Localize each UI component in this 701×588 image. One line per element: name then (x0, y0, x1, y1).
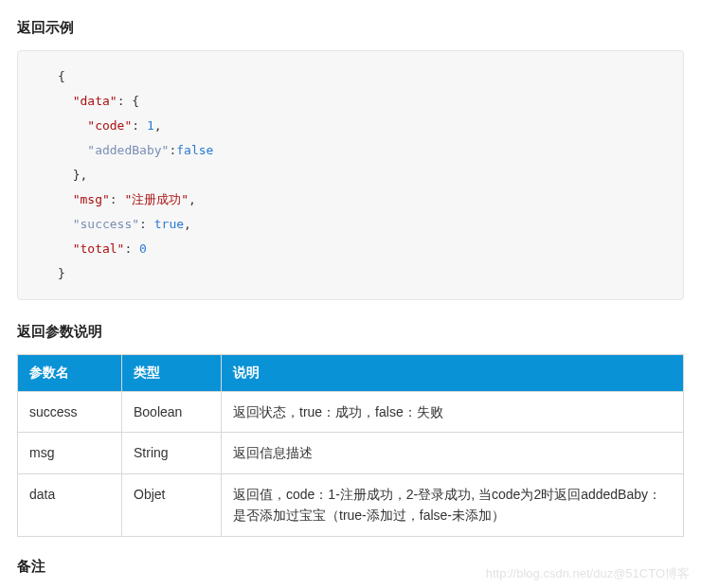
cell-type: Boolean (122, 392, 222, 433)
cell-name: data (18, 473, 122, 536)
code-val-total: 0 (139, 241, 147, 256)
code-colon: : { (117, 94, 139, 108)
code-comma: , (184, 217, 191, 231)
cell-desc: 返回状态，true：成功，false：失败 (222, 392, 684, 433)
cell-name: msg (18, 433, 122, 473)
code-brace-close-inner: }, (73, 168, 88, 182)
code-key-total: "total" (73, 241, 125, 256)
cell-type: Objet (122, 473, 222, 536)
params-table: 参数名 类型 说明 success Boolean 返回状态，true：成功，f… (17, 354, 684, 537)
code-val-msg: "注册成功" (124, 192, 189, 206)
code-key-data: "data" (73, 94, 117, 108)
section-title-remark: 备注 (17, 558, 684, 576)
section-title-params: 返回参数说明 (17, 323, 684, 341)
code-key-success: "success" (73, 217, 139, 231)
code-colon: : (139, 217, 154, 231)
cell-desc: 返回值，code：1-注册成功，2-登录成功, 当code为2时返回addedB… (222, 473, 684, 536)
th-desc: 说明 (222, 355, 684, 392)
table-row: data Objet 返回值，code：1-注册成功，2-登录成功, 当code… (18, 473, 684, 536)
table-row: success Boolean 返回状态，true：成功，false：失败 (18, 392, 684, 433)
code-colon: : (124, 241, 139, 256)
code-colon: : (132, 118, 147, 133)
section-title-example: 返回示例 (17, 19, 684, 37)
code-key-addedbaby: "addedBaby" (87, 143, 169, 157)
table-row: msg String 返回信息描述 (18, 433, 684, 473)
code-key-code: "code" (87, 118, 132, 133)
cell-type: String (122, 433, 222, 473)
cell-name: success (18, 392, 122, 433)
code-colon: : (110, 192, 125, 206)
cell-desc: 返回信息描述 (222, 433, 684, 473)
code-val-addedbaby: false (176, 143, 213, 157)
code-block-response-example: { "data": { "code": 1, "addedBaby":false… (17, 50, 684, 300)
code-brace-open: { (58, 69, 65, 83)
code-brace-close: } (58, 266, 65, 280)
code-key-msg: "msg" (73, 192, 110, 206)
code-comma: , (154, 118, 162, 133)
code-val-success: true (154, 217, 184, 231)
code-comma: , (189, 192, 196, 206)
th-type: 类型 (122, 355, 222, 392)
th-name: 参数名 (18, 355, 122, 392)
code-val-code: 1 (147, 118, 154, 133)
